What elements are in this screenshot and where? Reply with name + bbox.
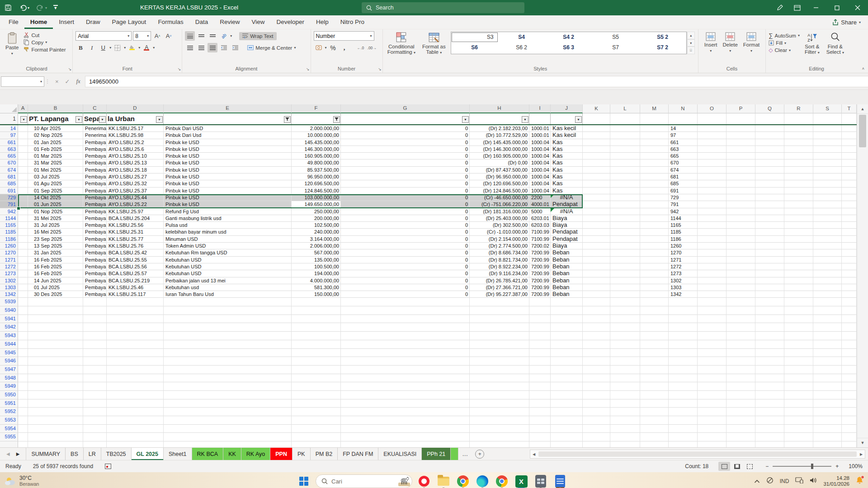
cell-O97[interactable]	[698, 132, 726, 139]
cell-H1342[interactable]: (Dr) 95.227.387,00	[470, 291, 529, 298]
cell-B1260[interactable]: 13 Sep 2025	[28, 243, 83, 249]
cell-J5955[interactable]	[551, 433, 583, 441]
cell-D1165[interactable]: KK.LSBU.25.56	[107, 222, 164, 229]
cell-G5944[interactable]	[341, 340, 470, 349]
cell-G5943[interactable]	[341, 332, 470, 340]
cell-N5947[interactable]	[669, 366, 698, 374]
cell-D5942[interactable]	[107, 323, 164, 332]
close-button[interactable]	[847, 0, 868, 15]
cell-Q1186[interactable]	[755, 236, 784, 243]
cell-I5944[interactable]	[529, 340, 551, 349]
taskbar-notes-app[interactable]	[552, 474, 568, 488]
cell-M1144[interactable]	[640, 215, 669, 222]
cell-K5955[interactable]	[583, 433, 610, 441]
cell-L1260[interactable]	[610, 243, 640, 249]
gallery-expand-icon[interactable]: ⍗	[687, 47, 695, 54]
clear-button[interactable]: ◇ Clear▾	[769, 47, 800, 53]
cell-J5950[interactable]	[551, 391, 583, 399]
volume-icon[interactable]	[810, 477, 817, 485]
cell-F1185[interactable]: 240.000,00	[292, 229, 341, 235]
cell-H661[interactable]: (Dr) 145.435.000,00	[470, 139, 529, 146]
row-header-5955[interactable]: 5955	[0, 433, 18, 441]
decrease-font-icon[interactable]: A˅	[164, 31, 174, 41]
cell-D1303[interactable]: KK.LSBU.25.46	[107, 284, 164, 291]
cell-G1342[interactable]: 0	[341, 291, 470, 298]
cell-H5942[interactable]	[470, 323, 529, 332]
cell-B1185[interactable]: 16 Mei 2025	[28, 229, 83, 235]
cell-O5952[interactable]	[698, 408, 726, 416]
cell-J665[interactable]: Kas	[551, 153, 583, 160]
zoom-slider-thumb[interactable]	[811, 464, 813, 469]
cell-J1165[interactable]: Biaya	[551, 222, 583, 229]
cell-Q791[interactable]	[755, 201, 784, 208]
cell-T1273[interactable]	[842, 270, 857, 277]
cell-A[interactable]	[18, 441, 28, 447]
cell-I97[interactable]: 1000.01	[529, 132, 551, 139]
cell-L1272[interactable]	[610, 263, 640, 270]
cell-G674[interactable]: 0	[341, 167, 470, 174]
cell-D5952[interactable]	[107, 408, 164, 416]
cell-Q1260[interactable]	[755, 243, 784, 249]
cell-T1271[interactable]	[842, 257, 857, 263]
cell-K5950[interactable]	[583, 391, 610, 399]
cell-I1186[interactable]: 7100.99	[529, 236, 551, 243]
notification-bell-icon[interactable]	[856, 476, 863, 486]
cell-D1272[interactable]: BCA.LSBU.25.56	[107, 263, 164, 270]
sheet-tab-pk[interactable]: PK	[292, 448, 311, 460]
cell-E685[interactable]: Pinbuk ke USD	[164, 180, 292, 187]
cell-A1270[interactable]	[18, 249, 28, 256]
cell-O685[interactable]	[698, 180, 726, 187]
align-center-icon[interactable]	[196, 43, 206, 52]
cell-M14[interactable]	[640, 125, 669, 132]
cell-H1272[interactable]: (Dr) 8.922.234,00	[470, 263, 529, 270]
cell-Q1342[interactable]	[755, 291, 784, 298]
title-cell-M[interactable]	[640, 113, 669, 124]
cell-J681[interactable]: Kas	[551, 174, 583, 180]
cell-G5947[interactable]	[341, 366, 470, 374]
cell-M1165[interactable]	[640, 222, 669, 229]
cell-R14[interactable]	[784, 125, 813, 132]
cell-M5950[interactable]	[640, 391, 669, 399]
underline-icon[interactable]: U	[98, 43, 108, 52]
row-header-1185[interactable]: 1185	[0, 229, 18, 235]
cell-O5945[interactable]	[698, 349, 726, 357]
cell-O691[interactable]	[698, 188, 726, 194]
cell-B5951[interactable]	[28, 399, 83, 408]
cell-P1272[interactable]	[726, 263, 755, 270]
cell-L729[interactable]	[610, 194, 640, 201]
cell-J1270[interactable]: Beban	[551, 249, 583, 256]
undo-button[interactable]: ▾	[19, 4, 29, 12]
cell-B942[interactable]: 01 Nop 2025	[28, 208, 83, 215]
cell-D1273[interactable]: BCA.LSBU.25.57	[107, 270, 164, 277]
cell-O1271[interactable]	[698, 257, 726, 263]
align-left-icon[interactable]	[185, 43, 195, 52]
cell-L1303[interactable]	[610, 284, 640, 291]
cell-J5940[interactable]	[551, 306, 583, 315]
cell-N1342[interactable]: 1342	[669, 291, 698, 298]
cell-C665[interactable]: Pembayaran	[83, 153, 107, 160]
cell-S661[interactable]	[813, 139, 842, 146]
autosum-button[interactable]: ∑ AutoSum▾	[769, 32, 800, 39]
cell-A5942[interactable]	[18, 323, 28, 332]
cell-G1260[interactable]: 0	[341, 243, 470, 249]
sheet-tab-bs[interactable]: BS	[66, 448, 84, 460]
cell-H942[interactable]: (Dr) 181.316.000,00	[470, 208, 529, 215]
cell-N942[interactable]: 942	[669, 208, 698, 215]
cell-F1303[interactable]: 581.300,00	[292, 284, 341, 291]
cell-G14[interactable]: 0	[341, 125, 470, 132]
cell-C663[interactable]: Pembayaran	[83, 146, 107, 153]
cell-style-s5[interactable]: S5	[592, 32, 639, 42]
cell-C1303[interactable]: Pembayaran	[83, 284, 107, 291]
cell-C1302[interactable]: Pembayaran	[83, 277, 107, 284]
cell-S1165[interactable]	[813, 222, 842, 229]
cell-F5955[interactable]	[292, 433, 341, 441]
cell-C661[interactable]: Pembayaran	[83, 139, 107, 146]
cell-J942[interactable]: #N/A	[551, 208, 583, 215]
cell-I1272[interactable]: 7200.99	[529, 263, 551, 270]
sheet-tab-sheet1[interactable]: Sheet1	[164, 448, 192, 460]
cell-C[interactable]	[83, 441, 107, 447]
row-header-5941[interactable]: 5941	[0, 315, 18, 324]
cell-G5949[interactable]	[341, 382, 470, 391]
cell-P5951[interactable]	[726, 399, 755, 408]
cell-T[interactable]	[842, 441, 857, 447]
